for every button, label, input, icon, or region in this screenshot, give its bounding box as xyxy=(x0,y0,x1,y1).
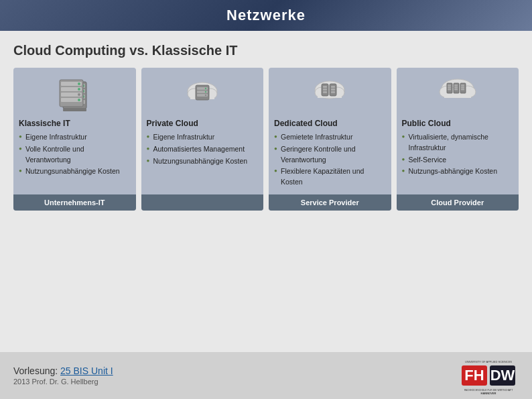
bullet-item: Nutzungsunabhängige Kosten xyxy=(19,166,131,177)
card-title-klassische-it: Klassische IT xyxy=(19,119,131,128)
card-bullets-klassische-it: Eigene Infrastruktur Volle Kontrolle und… xyxy=(19,132,131,189)
card-bullets-public-cloud: Virtualisierte, dynamische Infrastruktur… xyxy=(402,132,514,189)
lecture-text: Vorlesung: 25 BIS Unit I xyxy=(13,365,113,376)
page-title: Cloud Computing vs. Klassische IT xyxy=(13,43,519,58)
svg-rect-51 xyxy=(454,84,458,87)
svg-rect-49 xyxy=(448,89,451,91)
bullet-item: Gemietete Infrastruktur xyxy=(274,132,386,143)
lecture-info: Vorlesung: 25 BIS Unit I 2013 Prof. Dr. … xyxy=(13,365,113,386)
bottom-bar: Vorlesung: 25 BIS Unit I 2013 Prof. Dr. … xyxy=(0,352,532,399)
card-title-private-cloud: Private Cloud xyxy=(147,119,259,128)
main-content: Cloud Computing vs. Klassische IT xyxy=(0,31,532,217)
bullet-item: Nutzungsunabhängige Kosten xyxy=(147,156,259,167)
svg-rect-9 xyxy=(63,109,86,111)
svg-text:HANNOVER: HANNOVER xyxy=(481,392,496,394)
svg-point-27 xyxy=(205,87,206,89)
cards-container: Klassische IT Eigene Infrastruktur Volle… xyxy=(13,68,519,211)
card-icon-private-cloud xyxy=(147,74,259,115)
svg-text:DW: DW xyxy=(490,367,515,384)
svg-point-17 xyxy=(78,93,80,96)
card-footer-public-cloud: Cloud Provider xyxy=(397,194,519,211)
bullet-item: Eigene Infrastruktur xyxy=(147,132,259,143)
card-title-public-cloud: Public Cloud xyxy=(402,119,514,128)
svg-rect-48 xyxy=(448,87,451,89)
bullet-item: Geringere Kontrolle und Verantwortung xyxy=(274,144,386,166)
bullet-item: Flexiblere Kapazitäten und Kosten xyxy=(274,166,386,188)
svg-rect-57 xyxy=(461,89,464,91)
svg-rect-52 xyxy=(454,87,458,89)
svg-rect-56 xyxy=(461,87,464,89)
lecture-link[interactable]: 25 BIS Unit I xyxy=(60,365,113,376)
svg-rect-41 xyxy=(331,91,335,93)
card-icon-public-cloud xyxy=(402,74,514,115)
svg-rect-37 xyxy=(323,91,327,93)
bullet-item: Self-Service xyxy=(402,155,514,166)
card-bullets-dedicated-cloud: Gemietete Infrastruktur Geringere Kontro… xyxy=(274,132,386,189)
bullet-item: Automatisiertes Management xyxy=(147,144,259,155)
page-header: Netzwerke xyxy=(0,0,532,31)
logo-area: UNIVERSITY OF APPLIED SCIENCES FH DW FAC… xyxy=(458,357,519,394)
svg-point-29 xyxy=(205,94,206,95)
svg-point-18 xyxy=(78,99,80,101)
bullet-item: Eigene Infrastruktur xyxy=(19,132,131,143)
header-title: Netzwerke xyxy=(226,7,306,23)
svg-rect-53 xyxy=(454,89,458,91)
svg-point-28 xyxy=(205,91,206,92)
svg-point-15 xyxy=(78,82,80,85)
lecture-label: Vorlesung: xyxy=(13,365,60,376)
svg-rect-36 xyxy=(323,89,327,91)
svg-text:FH: FH xyxy=(464,367,484,384)
svg-rect-47 xyxy=(448,84,451,87)
svg-rect-40 xyxy=(331,89,335,91)
bullet-item: Volle Kontrolle und Verantwortung xyxy=(19,144,131,166)
bullet-item: Virtualisierte, dynamische Infrastruktur xyxy=(402,132,514,154)
svg-rect-35 xyxy=(323,86,327,88)
card-private-cloud: Private Cloud Eigene Infrastruktur Autom… xyxy=(141,68,264,211)
svg-rect-39 xyxy=(331,86,335,88)
card-dedicated-cloud: Dedicated Cloud Gemietete Infrastruktur … xyxy=(269,68,391,211)
lecture-sub: 2013 Prof. Dr. G. Hellberg xyxy=(13,378,113,386)
card-footer-private-cloud: . xyxy=(141,194,264,211)
card-title-dedicated-cloud: Dedicated Cloud xyxy=(274,119,386,128)
fhdw-logo-svg: UNIVERSITY OF APPLIED SCIENCES FH DW FAC… xyxy=(458,357,519,394)
card-icon-dedicated-cloud xyxy=(274,74,386,115)
card-footer-klassische-it: Unternehmens-IT xyxy=(13,194,136,211)
svg-rect-55 xyxy=(461,84,464,87)
card-public-cloud: Public Cloud Virtualisierte, dynamische … xyxy=(397,68,519,211)
bullet-item: Nutzungs-abhängige Kosten xyxy=(402,166,514,177)
card-footer-dedicated-cloud: Service Provider xyxy=(269,194,391,211)
card-icon-klassische-it xyxy=(19,74,131,115)
card-klassische-it: Klassische IT Eigene Infrastruktur Volle… xyxy=(13,68,136,211)
svg-point-16 xyxy=(78,88,80,91)
card-bullets-private-cloud: Eigene Infrastruktur Automatisiertes Man… xyxy=(147,132,259,189)
svg-text:UNIVERSITY OF APPLIED SCIENCES: UNIVERSITY OF APPLIED SCIENCES xyxy=(465,360,512,363)
